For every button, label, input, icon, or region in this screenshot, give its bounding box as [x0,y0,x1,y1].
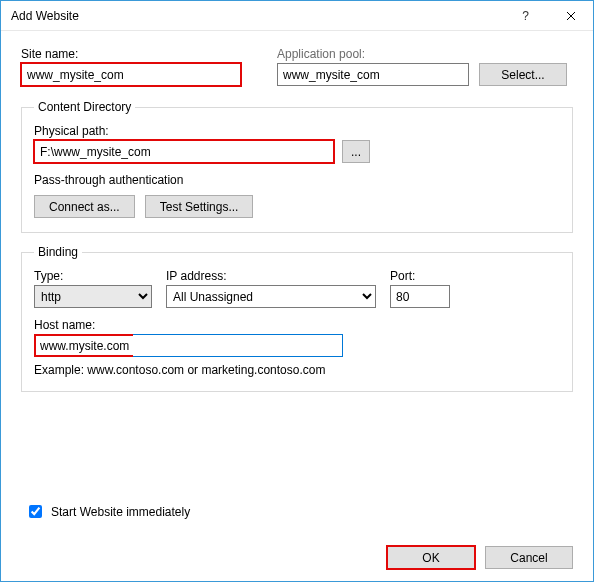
host-name-example: Example: www.contoso.com or marketing.co… [34,363,560,377]
app-pool-input [277,63,469,86]
app-pool-label: Application pool: [277,47,469,61]
cancel-button[interactable]: Cancel [485,546,573,569]
start-immediately-label: Start Website immediately [51,505,190,519]
window-title: Add Website [11,9,503,23]
start-immediately-row: Start Website immediately [25,502,190,521]
help-button[interactable]: ? [503,1,548,31]
port-input[interactable] [390,285,450,308]
site-name-label: Site name: [21,47,241,61]
host-name-input[interactable] [133,334,343,357]
start-immediately-checkbox[interactable] [29,505,42,518]
connect-as-button[interactable]: Connect as... [34,195,135,218]
host-name-value: www.mysite.com [34,334,133,357]
type-select[interactable]: http [34,285,152,308]
close-button[interactable] [548,1,593,31]
binding-group: Binding Type: http IP address: All Unass… [21,245,573,392]
ellipsis-icon: ... [351,145,361,159]
type-label: Type: [34,269,152,283]
ip-address-select[interactable]: All Unassigned [166,285,376,308]
binding-legend: Binding [34,245,82,259]
close-icon [566,11,576,21]
host-name-label: Host name: [34,318,560,332]
ip-address-label: IP address: [166,269,376,283]
physical-path-input[interactable] [34,140,334,163]
content-directory-group: Content Directory Physical path: ... Pas… [21,100,573,233]
ok-button[interactable]: OK [387,546,475,569]
physical-path-label: Physical path: [34,124,560,138]
browse-path-button[interactable]: ... [342,140,370,163]
port-label: Port: [390,269,450,283]
select-app-pool-button[interactable]: Select... [479,63,567,86]
test-settings-button[interactable]: Test Settings... [145,195,254,218]
pass-through-label: Pass-through authentication [34,173,560,187]
site-name-input[interactable] [21,63,241,86]
add-website-dialog: Add Website ? Site name: Application poo… [0,0,594,582]
content-directory-legend: Content Directory [34,100,135,114]
dialog-content: Site name: Application pool: Select... C… [1,31,593,404]
titlebar: Add Website ? [1,1,593,31]
dialog-footer: OK Cancel [387,546,573,569]
